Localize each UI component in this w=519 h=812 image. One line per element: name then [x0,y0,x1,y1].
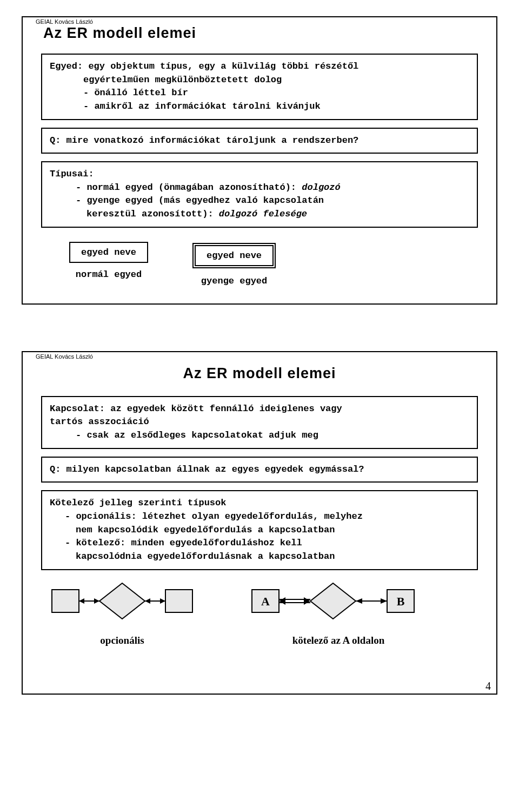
slide2-box-relation-def: Kapcsolat: az egyedek között fennálló id… [41,396,478,449]
text-line: Kötelező jelleg szerinti típusok [50,497,469,510]
slide-1-title: Az ER modell elemei [43,25,478,42]
slide2-box-question: Q: milyen kapcsolatban állnak az egyes e… [41,457,478,483]
label-a: A [261,595,270,608]
svg-rect-2 [165,590,192,612]
slide-1-frame: Az ER modell elemei Egyed: egy objektum … [22,16,497,305]
text-line: - önálló léttel bír [50,87,469,100]
svg-marker-15 [304,597,310,605]
slide-2-frame: Az ER modell elemei Kapcsolat: az egyede… [22,351,497,695]
slide2-credit: GEIAL Kovács László [36,353,93,690]
slide2-diagram: opcionális A B [41,580,478,658]
text-line: - opcionális: létezhet olyan egyedelőfor… [50,510,469,524]
text-line: nem kapcsolódik egyedelőfordulás a kapcs… [50,524,469,537]
text-line: - normál egyed (önmagában azonosítható):… [50,181,469,195]
page-number: 4 [485,680,491,692]
svg-marker-18 [381,598,387,604]
weak-entity-caption: gyenge egyed [201,276,267,286]
weak-entity-figure: egyed neve gyenge egyed [191,242,277,286]
text-line: - csak az elsődleges kapcsolatokat adjuk… [50,429,469,443]
er-relation-diagram: opcionális A B [41,580,463,656]
svg-marker-10 [310,583,356,619]
slide-2-title: Az ER modell elemei [41,365,478,382]
text-line: kapcsolódnia egyedelőfordulásnak a kapcs… [50,550,469,564]
text-line: - kötelező: minden egyedelőforduláshoz k… [50,537,469,550]
svg-marker-14 [279,597,285,605]
slide1-figure-row: egyed neve normál egyed egyed neve gyeng… [69,242,478,286]
slide1-box-question: Q: mire vonatkozó információkat tároljun… [41,128,478,154]
svg-marker-8 [160,598,165,604]
optional-caption: opcionális [100,635,144,646]
svg-marker-7 [145,598,150,604]
mandatory-diagram: A B [252,583,414,646]
text-line: tartós asszociáció [50,415,469,429]
text-line: egyértelműen megkülönböztetett dolog [50,74,469,87]
svg-marker-17 [356,598,362,604]
text-line: keresztül azonosított): dolgozó felesége [50,208,469,221]
text-line: Q: mire vonatkozó információkat tároljun… [50,135,358,146]
svg-marker-5 [94,598,99,604]
text-line: Q: milyen kapcsolatban állnak az egyes e… [50,464,364,474]
text-line: Egyed: egy objektum típus, egy a külvilá… [50,60,469,74]
text-line: Kapcsolat: az egyedek között fennálló id… [50,402,469,416]
slide1-credit: GEIAL Kovács László [36,18,93,300]
label-b: B [397,595,405,608]
slide1-box-types: Típusai: - normál egyed (önmagában azono… [41,161,478,228]
slide2-box-types: Kötelező jelleg szerinti típusok - opcio… [41,490,478,570]
text-line: - amikről az információkat tárolni kiván… [50,100,469,114]
mandatory-caption: kötelező az A oldalon [292,635,385,646]
svg-marker-1 [99,583,145,619]
weak-entity-box: egyed neve [195,245,274,266]
text-line: Típusai: [50,168,469,181]
slide1-box-egyed-def: Egyed: egy objektum típus, egy a külvilá… [41,54,478,120]
text-line: - gyenge egyed (más egyedhez való kapcso… [50,194,469,208]
